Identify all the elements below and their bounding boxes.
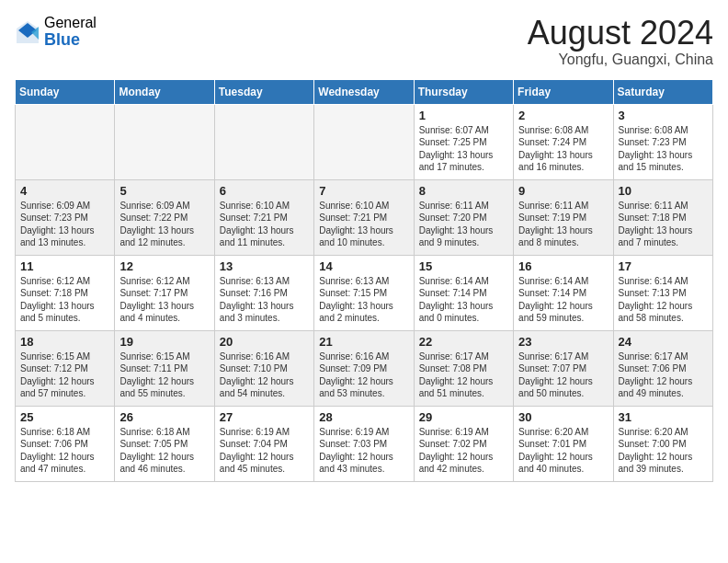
day-number: 10 (619, 184, 708, 198)
table-row: 8Sunrise: 6:11 AM Sunset: 7:20 PM Daylig… (414, 179, 513, 255)
day-number: 12 (119, 259, 209, 273)
day-number: 31 (619, 410, 708, 424)
day-info: Sunrise: 6:09 AM Sunset: 7:23 PM Dayligh… (20, 200, 109, 249)
day-info: Sunrise: 6:16 AM Sunset: 7:09 PM Dayligh… (319, 350, 408, 400)
table-row: 22Sunrise: 6:17 AM Sunset: 7:08 PM Dayli… (414, 330, 513, 406)
day-info: Sunrise: 6:16 AM Sunset: 7:10 PM Dayligh… (220, 350, 309, 400)
header-tuesday: Tuesday (214, 79, 313, 104)
table-row: 1Sunrise: 6:07 AM Sunset: 7:25 PM Daylig… (414, 104, 513, 179)
page-header: General Blue August 2024 Yongfu, Guangxi… (15, 15, 713, 68)
day-info: Sunrise: 6:20 AM Sunset: 7:00 PM Dayligh… (619, 426, 708, 476)
logo-blue: Blue (44, 31, 97, 50)
day-number: 9 (518, 184, 608, 198)
table-row: 16Sunrise: 6:14 AM Sunset: 7:14 PM Dayli… (514, 255, 613, 330)
table-row: 10Sunrise: 6:11 AM Sunset: 7:18 PM Dayli… (613, 179, 712, 255)
day-number: 6 (220, 184, 309, 198)
table-row: 27Sunrise: 6:19 AM Sunset: 7:04 PM Dayli… (214, 406, 313, 481)
table-row: 6Sunrise: 6:10 AM Sunset: 7:21 PM Daylig… (214, 179, 313, 255)
table-row: 4Sunrise: 6:09 AM Sunset: 7:23 PM Daylig… (16, 179, 115, 255)
table-row: 18Sunrise: 6:15 AM Sunset: 7:12 PM Dayli… (16, 330, 115, 406)
day-info: Sunrise: 6:13 AM Sunset: 7:16 PM Dayligh… (220, 275, 309, 325)
table-row: 7Sunrise: 6:10 AM Sunset: 7:21 PM Daylig… (314, 179, 414, 255)
day-number: 18 (20, 335, 109, 349)
table-row: 12Sunrise: 6:12 AM Sunset: 7:17 PM Dayli… (115, 255, 214, 330)
table-row: 25Sunrise: 6:18 AM Sunset: 7:06 PM Dayli… (16, 406, 115, 481)
header-friday: Friday (514, 79, 613, 104)
day-info: Sunrise: 6:12 AM Sunset: 7:17 PM Dayligh… (119, 275, 209, 325)
day-number: 19 (119, 335, 209, 349)
day-number: 2 (518, 109, 608, 122)
day-number: 22 (419, 335, 508, 349)
header-monday: Monday (115, 79, 214, 104)
day-info: Sunrise: 6:13 AM Sunset: 7:15 PM Dayligh… (319, 275, 408, 325)
table-row: 17Sunrise: 6:14 AM Sunset: 7:13 PM Dayli… (613, 255, 712, 330)
table-row: 14Sunrise: 6:13 AM Sunset: 7:15 PM Dayli… (314, 255, 414, 330)
table-row: 3Sunrise: 6:08 AM Sunset: 7:23 PM Daylig… (613, 104, 712, 179)
day-info: Sunrise: 6:10 AM Sunset: 7:21 PM Dayligh… (319, 200, 408, 249)
table-row: 11Sunrise: 6:12 AM Sunset: 7:18 PM Dayli… (16, 255, 115, 330)
day-number: 25 (20, 410, 109, 424)
month-year-title: August 2024 (528, 15, 713, 52)
day-number: 30 (518, 410, 608, 424)
table-row: 5Sunrise: 6:09 AM Sunset: 7:22 PM Daylig… (115, 179, 214, 255)
day-info: Sunrise: 6:20 AM Sunset: 7:01 PM Dayligh… (518, 426, 608, 476)
day-info: Sunrise: 6:15 AM Sunset: 7:12 PM Dayligh… (20, 350, 109, 400)
day-info: Sunrise: 6:17 AM Sunset: 7:07 PM Dayligh… (518, 350, 608, 400)
day-number: 13 (220, 259, 309, 273)
calendar-week-row: 11Sunrise: 6:12 AM Sunset: 7:18 PM Dayli… (16, 255, 713, 330)
day-info: Sunrise: 6:11 AM Sunset: 7:20 PM Dayligh… (419, 200, 508, 249)
calendar-week-row: 18Sunrise: 6:15 AM Sunset: 7:12 PM Dayli… (16, 330, 713, 406)
day-number: 1 (419, 109, 508, 122)
day-number: 16 (518, 259, 608, 273)
day-info: Sunrise: 6:18 AM Sunset: 7:05 PM Dayligh… (119, 426, 209, 476)
day-info: Sunrise: 6:14 AM Sunset: 7:13 PM Dayligh… (619, 275, 708, 325)
day-info: Sunrise: 6:19 AM Sunset: 7:02 PM Dayligh… (419, 426, 508, 476)
day-info: Sunrise: 6:17 AM Sunset: 7:06 PM Dayligh… (619, 350, 708, 400)
day-number: 28 (319, 410, 408, 424)
day-number: 17 (619, 259, 708, 273)
day-info: Sunrise: 6:17 AM Sunset: 7:08 PM Dayligh… (419, 350, 508, 400)
day-info: Sunrise: 6:10 AM Sunset: 7:21 PM Dayligh… (220, 200, 309, 249)
day-info: Sunrise: 6:14 AM Sunset: 7:14 PM Dayligh… (518, 275, 608, 325)
logo: General Blue (15, 15, 97, 49)
table-row: 9Sunrise: 6:11 AM Sunset: 7:19 PM Daylig… (514, 179, 613, 255)
day-info: Sunrise: 6:15 AM Sunset: 7:11 PM Dayligh… (119, 350, 209, 400)
logo-general: General (44, 15, 97, 31)
table-row: 31Sunrise: 6:20 AM Sunset: 7:00 PM Dayli… (613, 406, 712, 481)
day-number: 5 (119, 184, 209, 198)
day-info: Sunrise: 6:19 AM Sunset: 7:04 PM Dayligh… (220, 426, 309, 476)
logo-icon (15, 19, 40, 45)
day-info: Sunrise: 6:08 AM Sunset: 7:23 PM Dayligh… (619, 124, 708, 174)
day-number: 14 (319, 259, 408, 273)
location-subtitle: Yongfu, Guangxi, China (528, 52, 713, 68)
table-row: 13Sunrise: 6:13 AM Sunset: 7:16 PM Dayli… (214, 255, 313, 330)
day-info: Sunrise: 6:18 AM Sunset: 7:06 PM Dayligh… (20, 426, 109, 476)
day-number: 26 (119, 410, 209, 424)
table-row: 29Sunrise: 6:19 AM Sunset: 7:02 PM Dayli… (414, 406, 513, 481)
table-row: 30Sunrise: 6:20 AM Sunset: 7:01 PM Dayli… (514, 406, 613, 481)
day-info: Sunrise: 6:11 AM Sunset: 7:19 PM Dayligh… (518, 200, 608, 249)
day-info: Sunrise: 6:08 AM Sunset: 7:24 PM Dayligh… (518, 124, 608, 174)
table-row: 24Sunrise: 6:17 AM Sunset: 7:06 PM Dayli… (613, 330, 712, 406)
day-number: 4 (20, 184, 109, 198)
header-saturday: Saturday (613, 79, 712, 104)
table-row: 23Sunrise: 6:17 AM Sunset: 7:07 PM Dayli… (514, 330, 613, 406)
table-row (314, 104, 414, 179)
calendar-table: Sunday Monday Tuesday Wednesday Thursday… (15, 79, 713, 482)
header-thursday: Thursday (414, 79, 513, 104)
calendar-header-row: Sunday Monday Tuesday Wednesday Thursday… (16, 79, 713, 104)
table-row: 26Sunrise: 6:18 AM Sunset: 7:05 PM Dayli… (115, 406, 214, 481)
day-number: 3 (619, 109, 708, 122)
table-row: 21Sunrise: 6:16 AM Sunset: 7:09 PM Dayli… (314, 330, 414, 406)
day-info: Sunrise: 6:19 AM Sunset: 7:03 PM Dayligh… (319, 426, 408, 476)
header-wednesday: Wednesday (314, 79, 414, 104)
table-row: 20Sunrise: 6:16 AM Sunset: 7:10 PM Dayli… (214, 330, 313, 406)
table-row: 2Sunrise: 6:08 AM Sunset: 7:24 PM Daylig… (514, 104, 613, 179)
day-number: 29 (419, 410, 508, 424)
title-block: August 2024 Yongfu, Guangxi, China (528, 15, 713, 68)
day-info: Sunrise: 6:11 AM Sunset: 7:18 PM Dayligh… (619, 200, 708, 249)
day-number: 15 (419, 259, 508, 273)
day-number: 8 (419, 184, 508, 198)
table-row (115, 104, 214, 179)
calendar-week-row: 1Sunrise: 6:07 AM Sunset: 7:25 PM Daylig… (16, 104, 713, 179)
